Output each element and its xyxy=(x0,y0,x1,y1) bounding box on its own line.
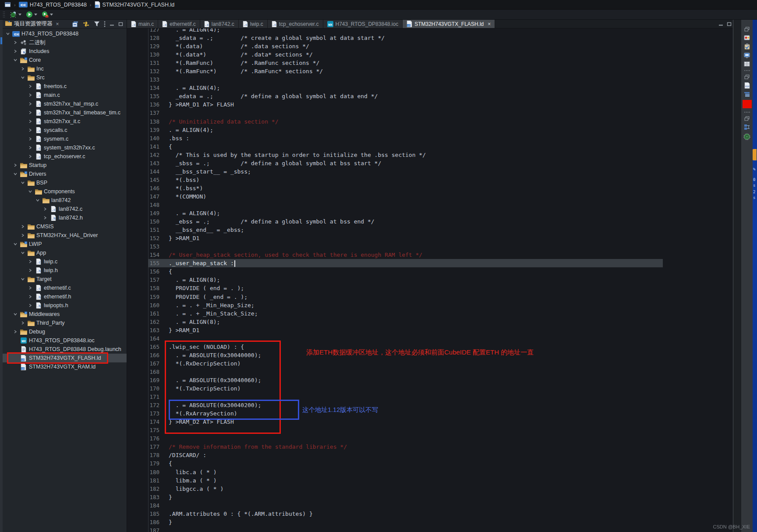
tree-item[interactable]: Third_Party xyxy=(3,319,127,327)
chevron-right-icon[interactable] xyxy=(28,85,33,88)
chevron-right-icon[interactable] xyxy=(28,120,33,123)
restore-view-icon[interactable] xyxy=(744,74,750,79)
code-line[interactable]: 157 . = ALIGN(8); xyxy=(127,276,733,284)
code-line[interactable]: 165.lwip_sec (NOLOAD) : { xyxy=(127,343,733,351)
dropdown-caret-icon[interactable] xyxy=(34,14,37,16)
breakpoints-view-icon[interactable] xyxy=(744,35,750,40)
code-line[interactable]: 177/* Remove information from the standa… xyxy=(127,443,733,451)
dropdown-caret-icon[interactable] xyxy=(18,14,21,16)
code-line[interactable]: 151 __bss_end__ = _ebss; xyxy=(127,226,733,234)
chevron-down-icon[interactable] xyxy=(20,277,25,281)
tree-item[interactable]: .hlan8742.h xyxy=(3,213,127,222)
code-line[interactable]: 185.ARM.attributes 0 : { *(.ARM.attribut… xyxy=(127,510,733,518)
chevron-right-icon[interactable] xyxy=(28,146,33,149)
code-line[interactable]: 167 *(.RxDecripSection) xyxy=(127,359,733,368)
run-external-button[interactable] xyxy=(40,10,54,19)
tree-item[interactable]: Src xyxy=(3,73,127,82)
breadcrumb-item[interactable]: LDSTM32H743VGTX_FLASH.ld xyxy=(95,1,175,8)
tree-item[interactable]: .cethernetif.c xyxy=(3,284,127,292)
breadcrumb-item[interactable] xyxy=(4,2,11,7)
code-line[interactable]: 150 _ebss = .; /* define a global symbol… xyxy=(127,217,733,226)
toolbar-drag-handle[interactable] xyxy=(3,11,5,18)
registers-view-icon[interactable] xyxy=(744,61,750,67)
code-line[interactable]: 133 xyxy=(127,75,733,84)
tree-item[interactable]: cDrivers xyxy=(3,170,127,178)
tree-item[interactable]: .cstm32h7xx_it.c xyxy=(3,117,127,126)
code-line[interactable]: 149 . = ALIGN(4); xyxy=(127,209,733,217)
dropdown-caret-icon[interactable] xyxy=(50,14,53,16)
link-with-editor-icon[interactable] xyxy=(82,21,90,27)
tree-item[interactable]: STM32H7xx_HAL_Driver xyxy=(3,231,127,240)
code-line[interactable]: 159 PROVIDE ( _end = . ); xyxy=(127,293,733,301)
tree-item[interactable]: cLWIP xyxy=(3,240,127,248)
tree-item[interactable]: cCore xyxy=(3,56,127,64)
code-line[interactable]: 135 _edata = .; /* define a global symbo… xyxy=(127,92,733,100)
code-line[interactable]: 137 xyxy=(127,109,733,117)
code-line[interactable]: 141{ xyxy=(127,142,733,151)
minimize-icon[interactable] xyxy=(110,22,114,26)
chevron-right-icon[interactable] xyxy=(28,304,33,307)
code-editor[interactable]: 127 . = ALIGN(4);128 _sdata = .; /* crea… xyxy=(127,28,733,532)
chevron-right-icon[interactable] xyxy=(28,269,33,272)
chevron-right-icon[interactable] xyxy=(20,234,25,237)
code-line[interactable]: 147 *(COMMON) xyxy=(127,192,733,201)
editor-tab[interactable]: .clwip.c xyxy=(239,20,268,28)
code-line[interactable]: 181 libm.a ( * ) xyxy=(127,476,733,485)
tree-item[interactable]: .csyscalls.c xyxy=(3,126,127,135)
chevron-right-icon[interactable] xyxy=(20,321,25,325)
tree-item[interactable]: Components xyxy=(3,187,127,196)
code-line[interactable]: 130 *(.data*) /* .data* sections */ xyxy=(127,50,733,59)
tree-item[interactable]: hIncludes xyxy=(3,47,127,56)
tree-item[interactable]: .clan8742.c xyxy=(3,205,127,213)
close-icon[interactable]: × xyxy=(488,21,491,27)
tree-item[interactable]: .csysmem.c xyxy=(3,135,127,143)
chevron-right-icon[interactable] xyxy=(28,260,33,263)
code-line[interactable]: 179{ xyxy=(127,459,733,468)
code-line[interactable]: 172 . = ABSOLUTE(0x30040200); xyxy=(127,401,733,409)
code-line[interactable]: 180 libc.a ( * ) xyxy=(127,468,733,476)
code-line[interactable]: 170 *(.TxDecripSection) xyxy=(127,384,733,393)
chevron-down-icon[interactable] xyxy=(13,172,18,176)
chevron-right-icon[interactable] xyxy=(28,155,33,158)
tree-item[interactable]: App xyxy=(3,248,127,257)
code-line[interactable]: 164 xyxy=(127,334,733,343)
code-line[interactable]: 174} >RAM_D2 AT> FLASH xyxy=(127,418,733,426)
tree-item[interactable]: LDSTM32H743VGTX_FLASH.ld xyxy=(3,354,127,362)
editor-tab[interactable]: .clan8742.c xyxy=(200,20,239,28)
code-line[interactable]: 166 . = ABSOLUTE(0x30040000); xyxy=(127,351,733,359)
chevron-down-icon[interactable] xyxy=(13,242,18,246)
code-line[interactable]: 154/* User_heap_stack section, used to c… xyxy=(127,251,733,259)
outline-view-icon[interactable] xyxy=(744,92,750,97)
code-line[interactable]: 158 PROVIDE ( end = . ); xyxy=(127,284,733,292)
restore-view-icon[interactable] xyxy=(744,116,750,121)
tree-item[interactable]: 二进制 xyxy=(3,38,127,47)
code-line[interactable]: 184 xyxy=(127,501,733,510)
tree-item[interactable]: Debug xyxy=(3,327,127,336)
chevron-right-icon[interactable] xyxy=(28,128,33,132)
code-line[interactable]: 155._user_heap_stack : xyxy=(127,259,733,267)
tree-item[interactable]: .hlwip.h xyxy=(3,266,127,275)
tab-project-explorer[interactable]: 项目资源管理器 × xyxy=(5,20,59,28)
code-line[interactable]: 139. = ALIGN(4); xyxy=(127,126,733,134)
modules-view-icon[interactable] xyxy=(744,124,750,130)
chevron-down-icon[interactable] xyxy=(28,190,33,193)
code-line[interactable]: 146 *(.bss*) xyxy=(127,184,733,192)
chevron-down-icon[interactable] xyxy=(20,181,25,184)
code-line[interactable]: 142 /* This is used by the startup in or… xyxy=(127,151,733,159)
editor-tab[interactable]: .cethernetif.c xyxy=(158,20,200,28)
tree-item[interactable]: CMSIS xyxy=(3,222,127,231)
code-line[interactable]: 148 xyxy=(127,201,733,209)
code-line[interactable]: 152} >RAM_D1 xyxy=(127,234,733,242)
tree-item[interactable]: .hethernetif.h xyxy=(3,292,127,301)
chevron-right-icon[interactable] xyxy=(42,207,48,211)
chevron-down-icon[interactable] xyxy=(5,32,11,35)
chevron-right-icon[interactable] xyxy=(28,286,33,290)
code-line[interactable]: 136} >RAM_D1 AT> FLASH xyxy=(127,100,733,109)
editor-tab[interactable]: MXH743_RTOS_DP83848.ioc xyxy=(323,20,403,28)
code-line[interactable]: 176 xyxy=(127,434,733,443)
chevron-right-icon[interactable] xyxy=(28,93,33,97)
close-icon[interactable]: × xyxy=(56,21,59,27)
chevron-down-icon[interactable] xyxy=(20,76,25,79)
tree-item[interactable]: Inc xyxy=(3,64,127,73)
code-line[interactable]: 127 . = ALIGN(4); xyxy=(127,28,733,34)
